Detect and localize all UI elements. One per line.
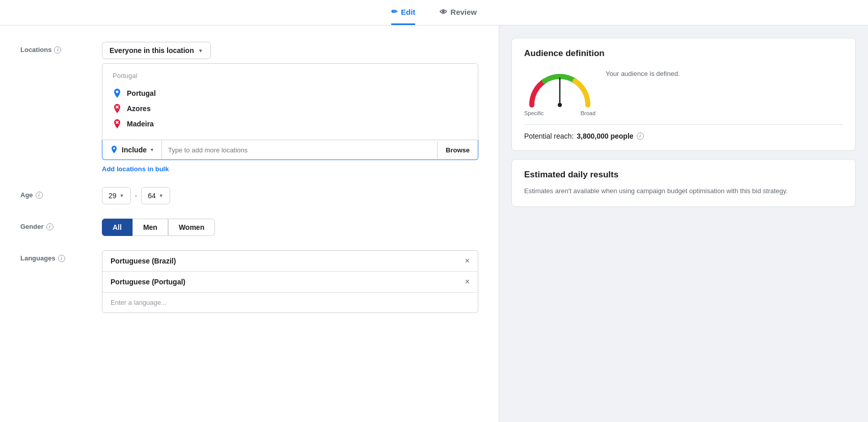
include-select[interactable]: Include ▼ bbox=[102, 140, 162, 160]
age-min-chevron-icon: ▼ bbox=[120, 193, 124, 198]
gender-label: Gender i bbox=[20, 219, 102, 230]
tab-review-label: Review bbox=[450, 8, 477, 16]
language-input-placeholder[interactable]: Enter a language... bbox=[102, 293, 478, 312]
languages-control: Portuguese (Brazil) × Portuguese (Portug… bbox=[102, 250, 478, 313]
age-min-dropdown[interactable]: 29 ▼ bbox=[102, 187, 131, 204]
locations-control: Everyone in this location ▼ Portugal bbox=[102, 42, 478, 173]
language-item-pt-brazil: Portuguese (Brazil) × bbox=[102, 251, 478, 272]
age-max-value: 64 bbox=[148, 192, 156, 200]
location-item-portugal: Portugal bbox=[113, 86, 468, 101]
language-pt-brazil-name: Portuguese (Brazil) bbox=[111, 257, 176, 265]
gauge-broad-label: Broad bbox=[581, 110, 595, 116]
tab-edit[interactable]: ✏ Edit bbox=[391, 7, 415, 25]
audience-definition-card: Audience definition bbox=[511, 38, 856, 151]
include-pin-icon bbox=[110, 145, 119, 154]
potential-reach: Potential reach: 3,800,000 people i bbox=[524, 124, 843, 140]
language-pt-portugal-remove-button[interactable]: × bbox=[465, 278, 470, 286]
gender-buttons: All Men Women bbox=[102, 219, 478, 236]
age-max-dropdown[interactable]: 64 ▼ bbox=[141, 187, 170, 204]
location-search-text: Portugal bbox=[113, 72, 468, 80]
languages-info-icon[interactable]: i bbox=[58, 255, 65, 262]
locations-info-icon[interactable]: i bbox=[54, 46, 61, 54]
add-bulk-link[interactable]: Add locations in bulk bbox=[102, 165, 169, 173]
browse-button[interactable]: Browse bbox=[437, 141, 478, 159]
include-label: Include bbox=[122, 146, 147, 154]
language-item-pt-portugal: Portuguese (Portugal) × bbox=[102, 272, 478, 293]
audience-definition-title: Audience definition bbox=[524, 48, 843, 59]
language-box: Portuguese (Brazil) × Portuguese (Portug… bbox=[102, 250, 478, 313]
gender-all-button[interactable]: All bbox=[102, 219, 132, 236]
page-wrapper: ✏ Edit 👁 Review Locations i Everyone in … bbox=[0, 0, 868, 422]
gender-men-button[interactable]: Men bbox=[132, 219, 168, 236]
tabs-bar: ✏ Edit 👁 Review bbox=[0, 0, 868, 25]
gender-control: All Men Women bbox=[102, 219, 478, 236]
pin-red-x-icon-azores bbox=[113, 104, 122, 113]
svg-point-0 bbox=[116, 91, 119, 93]
gauge-svg bbox=[524, 67, 595, 108]
location-item-azores: Azores bbox=[113, 101, 468, 116]
gender-info-icon[interactable]: i bbox=[46, 223, 53, 230]
svg-point-5 bbox=[113, 147, 115, 149]
form-panel: Locations i Everyone in this location ▼ … bbox=[0, 25, 499, 422]
potential-reach-label: Potential reach: bbox=[524, 132, 574, 140]
gender-row: Gender i All Men Women bbox=[20, 219, 478, 236]
gauge-specific-label: Specific bbox=[524, 110, 544, 116]
tab-review[interactable]: 👁 Review bbox=[440, 8, 477, 25]
review-icon: 👁 bbox=[440, 8, 447, 16]
locations-row: Locations i Everyone in this location ▼ … bbox=[20, 42, 478, 173]
age-select-wrapper: 29 ▼ - 64 ▼ bbox=[102, 187, 478, 204]
age-max-chevron-icon: ▼ bbox=[159, 193, 164, 198]
gender-women-button[interactable]: Women bbox=[168, 219, 215, 236]
language-pt-brazil-remove-button[interactable]: × bbox=[465, 257, 470, 265]
gauge-container: Specific Broad Your audience is defined. bbox=[524, 67, 843, 116]
locations-label: Locations i bbox=[20, 42, 102, 54]
svg-point-7 bbox=[558, 103, 562, 107]
languages-label: Languages i bbox=[20, 250, 102, 262]
chevron-down-icon: ▼ bbox=[198, 48, 203, 54]
madeira-name: Madeira bbox=[127, 120, 154, 128]
gauge-wrapper: Specific Broad bbox=[524, 67, 595, 116]
tab-edit-label: Edit bbox=[401, 8, 415, 16]
location-list-box: Portugal Portugal bbox=[102, 63, 478, 140]
include-chevron-icon: ▼ bbox=[150, 147, 154, 152]
age-label: Age i bbox=[20, 187, 102, 199]
edit-icon: ✏ bbox=[391, 7, 398, 16]
audience-status-text: Your audience is defined. bbox=[606, 67, 680, 79]
location-type-label: Everyone in this location bbox=[110, 46, 194, 55]
pin-blue-icon bbox=[113, 89, 122, 98]
age-row: Age i 29 ▼ - 64 ▼ bbox=[20, 187, 478, 204]
location-type-button[interactable]: Everyone in this location ▼ bbox=[102, 42, 211, 59]
age-control: 29 ▼ - 64 ▼ bbox=[102, 187, 478, 204]
location-search-input[interactable] bbox=[162, 141, 437, 159]
language-pt-portugal-name: Portuguese (Portugal) bbox=[111, 278, 185, 286]
main-content: Locations i Everyone in this location ▼ … bbox=[0, 25, 868, 422]
estimated-daily-description: Estimates aren't available when using ca… bbox=[524, 186, 843, 196]
potential-reach-value: 3,800,000 people bbox=[577, 132, 633, 140]
location-item-madeira: Madeira bbox=[113, 116, 468, 131]
azores-name: Azores bbox=[127, 104, 151, 113]
age-info-icon[interactable]: i bbox=[36, 192, 43, 199]
estimated-daily-card: Estimated daily results Estimates aren't… bbox=[511, 159, 856, 207]
potential-reach-info-icon[interactable]: i bbox=[637, 133, 644, 140]
age-min-value: 29 bbox=[108, 192, 117, 200]
age-separator: - bbox=[135, 192, 138, 200]
estimated-daily-title: Estimated daily results bbox=[524, 170, 843, 180]
portugal-name: Portugal bbox=[127, 89, 156, 97]
include-bar: Include ▼ Browse bbox=[102, 140, 478, 160]
pin-red-x-icon-madeira bbox=[113, 119, 122, 128]
right-sidebar: Audience definition bbox=[499, 25, 868, 422]
gauge-labels: Specific Broad bbox=[524, 110, 595, 116]
languages-row: Languages i Portuguese (Brazil) × Portug… bbox=[20, 250, 478, 313]
